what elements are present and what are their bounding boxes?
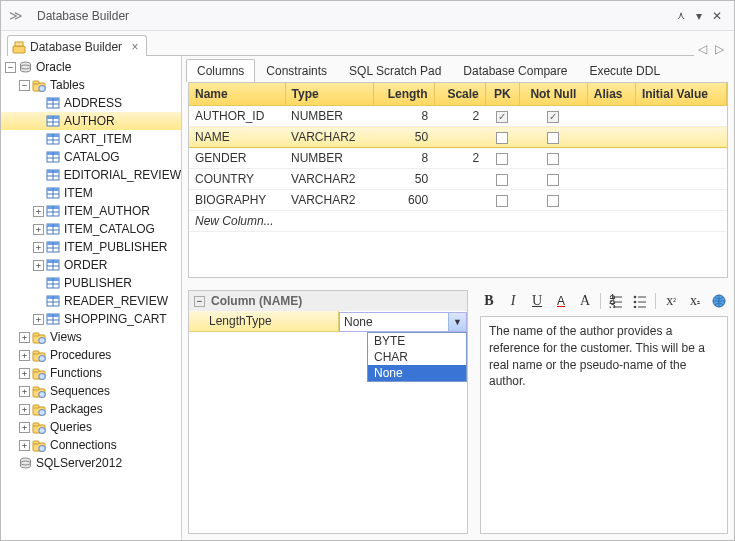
- table-item[interactable]: ITEM: [1, 184, 181, 202]
- new-column[interactable]: New Column...: [189, 211, 727, 232]
- hyperlink-button[interactable]: [710, 292, 728, 310]
- tab-next-icon[interactable]: ▷: [711, 42, 728, 56]
- folder-packages[interactable]: +Packages: [1, 400, 181, 418]
- col-header-scale[interactable]: Scale: [434, 83, 485, 106]
- table-row[interactable]: AUTHOR_IDNUMBER82✓✓: [189, 106, 727, 127]
- col-header-length[interactable]: Length: [373, 83, 434, 106]
- table-shopping_cart[interactable]: +SHOPPING_CART: [1, 310, 181, 328]
- checkbox[interactable]: [496, 153, 508, 165]
- cell-scale[interactable]: 2: [434, 106, 485, 127]
- pin-icon[interactable]: ⋏: [672, 9, 690, 22]
- cell-length[interactable]: 50: [373, 169, 434, 190]
- cell-pk[interactable]: [485, 190, 519, 211]
- cell-initial[interactable]: [635, 148, 726, 169]
- cell-type[interactable]: VARCHAR2: [285, 190, 373, 211]
- option-none[interactable]: None: [368, 365, 466, 381]
- cell-alias[interactable]: [587, 127, 635, 148]
- expander-icon[interactable]: +: [19, 332, 30, 343]
- expander-icon[interactable]: +: [33, 224, 44, 235]
- expander-icon[interactable]: +: [19, 404, 30, 415]
- cell-name[interactable]: BIOGRAPHY: [189, 190, 285, 211]
- option-char[interactable]: CHAR: [368, 349, 466, 365]
- expander-icon[interactable]: +: [33, 206, 44, 217]
- superscript-button[interactable]: x²: [662, 292, 680, 310]
- table-row[interactable]: GENDERNUMBER82: [189, 148, 727, 169]
- table-publisher[interactable]: PUBLISHER: [1, 274, 181, 292]
- cell-name[interactable]: NAME: [189, 127, 285, 148]
- folder-procedures[interactable]: +Procedures: [1, 346, 181, 364]
- db-oracle[interactable]: −Oracle: [1, 58, 181, 76]
- cell-pk[interactable]: ✓: [485, 106, 519, 127]
- col-header-not-null[interactable]: Not Null: [519, 83, 587, 106]
- cell-alias[interactable]: [587, 148, 635, 169]
- checkbox[interactable]: [496, 174, 508, 186]
- expander-icon[interactable]: +: [19, 386, 30, 397]
- subtab-sql-scratch-pad[interactable]: SQL Scratch Pad: [338, 59, 452, 82]
- checkbox[interactable]: [547, 153, 559, 165]
- checkbox[interactable]: [547, 132, 559, 144]
- checkbox[interactable]: [547, 174, 559, 186]
- bold-button[interactable]: B: [480, 292, 498, 310]
- dropdown-icon[interactable]: ▼: [448, 313, 466, 331]
- menu-icon[interactable]: ▾: [690, 9, 708, 23]
- cell-pk[interactable]: [485, 148, 519, 169]
- cell-name[interactable]: AUTHOR_ID: [189, 106, 285, 127]
- expander-icon[interactable]: −: [19, 80, 30, 91]
- cell-alias[interactable]: [587, 190, 635, 211]
- expander-icon[interactable]: +: [19, 422, 30, 433]
- collapse-section-icon[interactable]: −: [194, 296, 205, 307]
- cell-length[interactable]: 8: [373, 106, 434, 127]
- cell-notnull[interactable]: ✓: [519, 106, 587, 127]
- checkbox[interactable]: [496, 132, 508, 144]
- checkbox[interactable]: [547, 195, 559, 207]
- cell-alias[interactable]: [587, 169, 635, 190]
- cell-scale[interactable]: 2: [434, 148, 485, 169]
- cell-length[interactable]: 600: [373, 190, 434, 211]
- table-catalog[interactable]: CATALOG: [1, 148, 181, 166]
- lengthtype-dropdown[interactable]: BYTECHARNone: [367, 332, 467, 382]
- cell-type[interactable]: NUMBER: [285, 148, 373, 169]
- table-row[interactable]: NAMEVARCHAR250: [189, 127, 727, 148]
- expander-icon[interactable]: +: [33, 260, 44, 271]
- subscript-button[interactable]: x₂: [686, 292, 704, 310]
- folder-queries[interactable]: +Queries: [1, 418, 181, 436]
- cell-length[interactable]: 50: [373, 127, 434, 148]
- folder-functions[interactable]: +Functions: [1, 364, 181, 382]
- expander-icon[interactable]: +: [19, 350, 30, 361]
- subtab-execute-ddl[interactable]: Execute DDL: [578, 59, 671, 82]
- cell-pk[interactable]: [485, 169, 519, 190]
- cell-scale[interactable]: [434, 190, 485, 211]
- expander-icon[interactable]: +: [33, 314, 44, 325]
- table-item_author[interactable]: +ITEM_AUTHOR: [1, 202, 181, 220]
- close-icon[interactable]: ✕: [708, 9, 726, 23]
- folder-sequences[interactable]: +Sequences: [1, 382, 181, 400]
- subtab-database-compare[interactable]: Database Compare: [452, 59, 578, 82]
- table-row[interactable]: COUNTRYVARCHAR250: [189, 169, 727, 190]
- cell-scale[interactable]: [434, 127, 485, 148]
- db-sqlserver2012[interactable]: SQLServer2012: [1, 454, 181, 472]
- italic-button[interactable]: I: [504, 292, 522, 310]
- cell-name[interactable]: GENDER: [189, 148, 285, 169]
- property-section-header[interactable]: − Column (NAME): [189, 291, 467, 311]
- cell-initial[interactable]: [635, 169, 726, 190]
- col-header-initial-value[interactable]: Initial Value: [635, 83, 726, 106]
- lengthtype-select[interactable]: None ▼: [339, 312, 467, 332]
- numbered-list-button[interactable]: 123: [607, 292, 625, 310]
- folder-views[interactable]: +Views: [1, 328, 181, 346]
- cell-type[interactable]: NUMBER: [285, 106, 373, 127]
- col-header-pk[interactable]: PK: [485, 83, 519, 106]
- option-byte[interactable]: BYTE: [368, 333, 466, 349]
- subtab-columns[interactable]: Columns: [186, 59, 255, 82]
- subtab-constraints[interactable]: Constraints: [255, 59, 338, 82]
- notes-text[interactable]: The name of the author provides a refere…: [480, 316, 728, 534]
- cell-notnull[interactable]: [519, 148, 587, 169]
- expander-icon[interactable]: −: [5, 62, 16, 73]
- tab-close-icon[interactable]: ×: [131, 40, 138, 54]
- font-button[interactable]: A: [576, 292, 594, 310]
- cell-type[interactable]: VARCHAR2: [285, 169, 373, 190]
- cell-name[interactable]: COUNTRY: [189, 169, 285, 190]
- expander-icon[interactable]: +: [33, 242, 44, 253]
- col-header-type[interactable]: Type: [285, 83, 373, 106]
- table-address[interactable]: ADDRESS: [1, 94, 181, 112]
- cell-alias[interactable]: [587, 106, 635, 127]
